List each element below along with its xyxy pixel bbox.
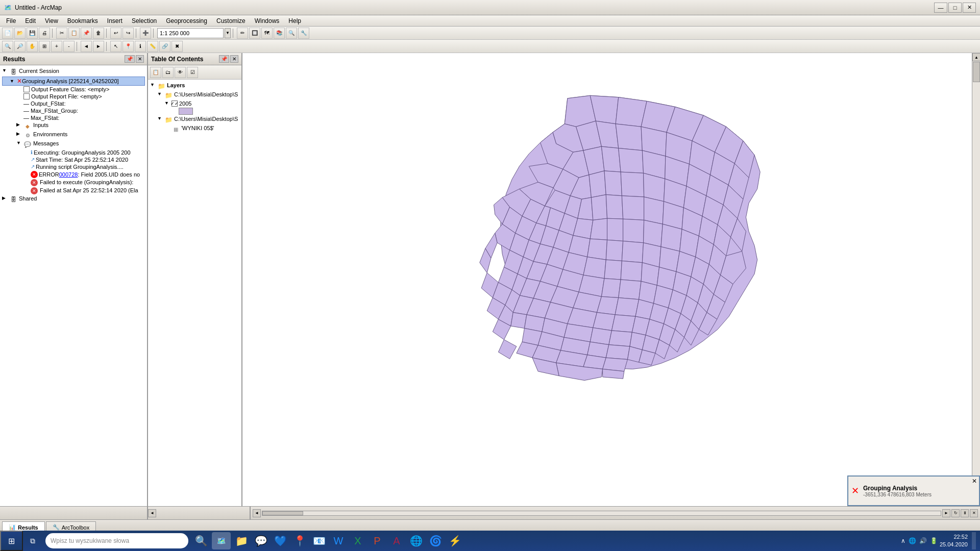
toc-path1[interactable]: ▼ 📁 C:\Users\Misia\Desktop\S <box>150 91 239 100</box>
fixed-zoom-out-btn[interactable]: - <box>63 41 75 52</box>
select-elements-btn[interactable]: ↖ <box>110 41 121 52</box>
taskview-btn[interactable]: ⧉ <box>24 532 41 549</box>
save-btn[interactable]: 💾 <box>27 28 38 39</box>
forward-extent-btn[interactable]: ► <box>93 41 104 52</box>
show-desktop-btn[interactable] <box>972 532 976 549</box>
map-scrollbar-vertical[interactable]: ▲ ▼ <box>972 53 980 506</box>
back-extent-btn[interactable]: ◄ <box>81 41 92 52</box>
toc-list-by-source-btn[interactable]: 🗂 <box>162 67 174 78</box>
taskbar-excel-btn[interactable]: X <box>349 532 366 549</box>
menu-selection[interactable]: Selection <box>128 16 161 26</box>
system-clock[interactable]: 22:52 25.04.2020 <box>940 533 968 549</box>
menu-geoprocessing[interactable]: Geoprocessing <box>162 16 211 26</box>
toc-list-by-visibility-btn[interactable]: 👁 <box>175 67 186 78</box>
taskbar-ie-btn[interactable]: 🌐 <box>407 532 425 549</box>
cut-btn[interactable]: ✂ <box>56 28 67 39</box>
new-btn[interactable]: 📄 <box>2 28 13 39</box>
menu-customize[interactable]: Customize <box>212 16 250 26</box>
toc-list-by-selection-btn[interactable]: ☑ <box>187 67 198 78</box>
tree-inputs[interactable]: ▶ ◆ Inputs <box>2 121 145 131</box>
zoom-in-btn[interactable]: 🔍 <box>2 41 13 52</box>
taskbar-explorer-btn[interactable]: 📁 <box>233 532 250 549</box>
toc-layers-root[interactable]: ▼ 📁 Layers <box>150 82 239 91</box>
hscroll-right-btn[interactable]: ► <box>942 509 950 517</box>
tree-output-report[interactable]: Output Report File: <empty> <box>2 93 145 100</box>
tree-grouping-analysis[interactable]: ▼ ✕ Grouping Analysis [225214_04252020] <box>2 77 145 86</box>
tree-output-fstat[interactable]: — Output_FStat: <box>2 100 145 107</box>
results-pin-btn[interactable]: 📌 <box>125 55 135 63</box>
goto-xy-btn[interactable]: 📍 <box>122 41 134 52</box>
scroll-left-btn[interactable]: ◄ <box>148 509 156 517</box>
pan-btn[interactable]: ✋ <box>27 41 38 52</box>
clear-selection-btn[interactable]: ✖ <box>172 41 183 52</box>
scroll-up-btn[interactable]: ▲ <box>972 53 980 61</box>
open-btn[interactable]: 📂 <box>14 28 26 39</box>
tree-current-session[interactable]: ▼ 🗄 Current Session <box>2 67 145 77</box>
close-button[interactable]: ✕ <box>963 3 976 13</box>
start-button[interactable]: ⊞ <box>0 531 23 551</box>
scale-input[interactable] <box>157 28 224 38</box>
toc-layer-wyniki[interactable]: ▦ 'WYNIKI 05$' <box>150 124 239 134</box>
search-btn[interactable]: 🔍 <box>286 28 297 39</box>
taskbar-access-btn[interactable]: A <box>388 532 405 549</box>
redo-btn[interactable]: ↪ <box>122 28 134 39</box>
spatial-btn[interactable]: 🗺 <box>261 28 273 39</box>
hscroll-left-btn[interactable]: ◄ <box>253 509 261 517</box>
menu-help[interactable]: Help <box>284 16 305 26</box>
snapping-btn[interactable]: 🔲 <box>249 28 260 39</box>
taskbar-cortana-btn[interactable]: 🔍 <box>192 532 210 549</box>
identify-btn[interactable]: ℹ <box>135 41 146 52</box>
tree-output-feature[interactable]: Output Feature Class: <empty> <box>2 86 145 93</box>
taskbar-powerpoint-btn[interactable]: P <box>369 532 386 549</box>
taskbar-messenger-btn[interactable]: 💙 <box>272 532 289 549</box>
zoom-out-btn[interactable]: 🔎 <box>14 41 26 52</box>
minimize-button[interactable]: — <box>934 3 947 13</box>
editor-btn[interactable]: ✏ <box>237 28 248 39</box>
results-close-btn[interactable]: ✕ <box>136 55 144 63</box>
measure-btn[interactable]: 📏 <box>147 41 158 52</box>
scroll-thumb[interactable] <box>973 62 980 82</box>
add-data-btn[interactable]: ➕ <box>140 28 151 39</box>
menu-bookmarks[interactable]: Bookmarks <box>63 16 102 26</box>
taskbar-maps-btn[interactable]: 📍 <box>291 532 308 549</box>
arc-btn[interactable]: 🔧 <box>298 28 309 39</box>
tree-shared[interactable]: ▶ 🗄 Shared <box>2 195 145 204</box>
menu-view[interactable]: View <box>41 16 62 26</box>
taskbar-misc-btn[interactable]: ⚡ <box>446 532 463 549</box>
taskbar-chrome-btn[interactable]: 🌀 <box>427 532 444 549</box>
tray-up-arrow[interactable]: ∧ <box>901 537 905 544</box>
tree-max-fstat[interactable]: — Max_FStat: <box>2 114 145 121</box>
taskbar-outlook-btn[interactable]: 📧 <box>310 532 328 549</box>
tree-max-fstat-group[interactable]: — Max_FStat_Group: <box>2 107 145 114</box>
taskbar-arcmap-btn[interactable]: 🗺️ <box>212 532 231 549</box>
cb-2005[interactable]: ✓ <box>172 101 178 107</box>
fixed-zoom-in-btn[interactable]: + <box>51 41 62 52</box>
maximize-button[interactable]: □ <box>948 3 962 13</box>
toc-close-btn[interactable]: ✕ <box>230 55 238 63</box>
tree-messages[interactable]: ▼ 💬 Messages <box>2 140 145 149</box>
taskbar-search[interactable]: Wpisz tu wyszukiwane słowa <box>45 533 188 548</box>
catalog-btn[interactable]: 📚 <box>274 28 285 39</box>
menu-windows[interactable]: Windows <box>251 16 284 26</box>
map-refresh-btn[interactable]: ↻ <box>951 509 960 517</box>
tree-environments[interactable]: ▶ ⚙ Environments <box>2 131 145 140</box>
taskbar-word-btn[interactable]: W <box>330 532 347 549</box>
scale-dropdown[interactable]: ▼ <box>225 28 231 38</box>
menu-file[interactable]: File <box>2 16 20 26</box>
paste-btn[interactable]: 📌 <box>81 28 92 39</box>
hscroll-thumb[interactable] <box>262 511 303 515</box>
taskbar-skype-btn[interactable]: 💬 <box>252 532 270 549</box>
map-pause-btn[interactable]: ⏸ <box>961 509 969 517</box>
menu-insert[interactable]: Insert <box>103 16 127 26</box>
error-code-link[interactable]: 000728 <box>59 171 78 178</box>
undo-btn[interactable]: ↩ <box>110 28 121 39</box>
hyperlink-btn[interactable]: 🔗 <box>159 41 170 52</box>
menu-edit[interactable]: Edit <box>21 16 40 26</box>
print-btn[interactable]: 🖨 <box>39 28 50 39</box>
delete-btn[interactable]: 🗑 <box>93 28 104 39</box>
toc-layer-2005[interactable]: ▼ ✓ 2005 <box>150 100 239 107</box>
toc-pin-btn[interactable]: 📌 <box>219 55 229 63</box>
copy-btn[interactable]: 📋 <box>68 28 80 39</box>
map-close2-btn[interactable]: ✕ <box>970 509 978 517</box>
notification-close-btn[interactable]: ✕ <box>972 478 977 485</box>
